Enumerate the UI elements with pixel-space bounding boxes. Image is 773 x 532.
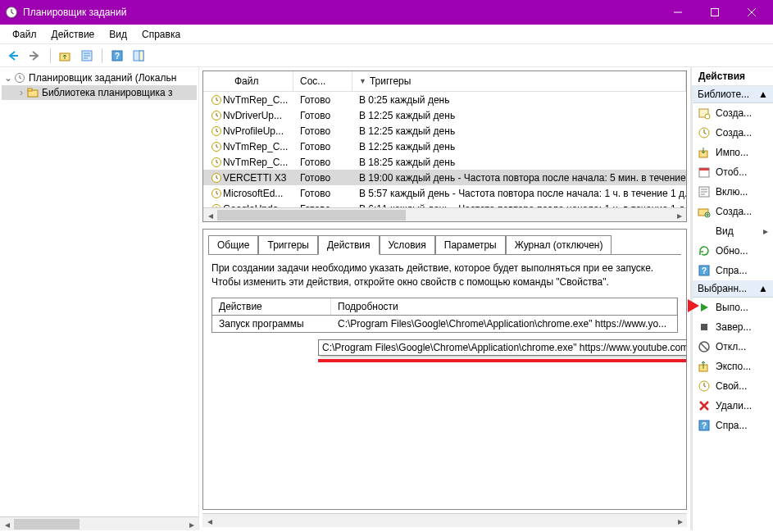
scroll-thumb[interactable] bbox=[14, 519, 80, 530]
scroll-right-icon[interactable]: ▸ bbox=[672, 208, 686, 222]
task-hscroll[interactable]: ◂ ▸ bbox=[203, 207, 686, 221]
task-row[interactable]: VERCETTI X3ГотовоВ 19:00 каждый день - Ч… bbox=[203, 170, 686, 185]
tab-actions[interactable]: Действия bbox=[318, 235, 380, 255]
app-icon bbox=[3, 4, 20, 20]
scroll-right-icon[interactable]: ▸ bbox=[184, 517, 198, 530]
maximize-button[interactable] bbox=[696, 0, 733, 25]
task-row[interactable]: NvTmRep_C...ГотовоВ 12:25 каждый день bbox=[203, 139, 686, 154]
action-item-end[interactable]: Завер... bbox=[693, 317, 773, 337]
up-folder-button[interactable] bbox=[57, 47, 75, 65]
actions-section-library[interactable]: Библиоте... ▲ bbox=[693, 86, 773, 103]
col-name[interactable]: Файл bbox=[203, 71, 293, 91]
collapse-icon[interactable]: ⌄ bbox=[3, 72, 13, 84]
help-icon: ? bbox=[698, 264, 711, 277]
action-item-export[interactable]: Экспо... bbox=[693, 357, 773, 376]
task-row[interactable]: NvProfileUp...ГотовоВ 12:25 каждый день bbox=[203, 123, 686, 139]
scroll-left-icon[interactable]: ◂ bbox=[203, 208, 217, 222]
task-row[interactable]: NvTmRep_C...ГотовоВ 0:25 каждый день bbox=[203, 92, 686, 107]
action-item-log[interactable]: Вклю... bbox=[693, 182, 773, 202]
task-status: Готово bbox=[293, 125, 352, 138]
action-row[interactable]: Запуск программы C:\Program Files\Google… bbox=[212, 316, 677, 332]
actions-section-selected[interactable]: Выбранн... ▲ bbox=[693, 280, 773, 298]
col-details[interactable]: Подробности bbox=[331, 298, 677, 315]
properties-button[interactable] bbox=[78, 47, 96, 65]
task-status: Готово bbox=[293, 156, 352, 169]
forward-button[interactable] bbox=[26, 47, 44, 65]
import-icon bbox=[698, 146, 711, 159]
disable-icon bbox=[698, 340, 711, 353]
task-name: GoogleUpda... bbox=[203, 202, 293, 208]
close-button[interactable] bbox=[733, 0, 770, 25]
task-list-body[interactable]: NvTmRep_C...ГотовоВ 0:25 каждый деньNvDr… bbox=[203, 92, 686, 207]
action-item-disable[interactable]: Откл... bbox=[693, 337, 773, 357]
clock-icon bbox=[210, 171, 223, 184]
task-trigger: В 0:25 каждый день bbox=[352, 93, 686, 107]
window-title: Планировщик заданий bbox=[23, 7, 126, 18]
task-row[interactable]: MicrosoftEd...ГотовоВ 5:57 каждый день -… bbox=[203, 185, 686, 201]
folder-new-icon bbox=[698, 205, 711, 218]
task-trigger: В 12:25 каждый день bbox=[352, 125, 686, 138]
annotation-arrow bbox=[688, 299, 699, 312]
toolbar-separator bbox=[102, 48, 102, 63]
col-status[interactable]: Сос... bbox=[293, 71, 352, 91]
action-item-refresh[interactable]: Обно... bbox=[693, 241, 773, 261]
task-row[interactable]: NvDriverUp...ГотовоВ 12:25 каждый день bbox=[203, 107, 686, 123]
task-list-header: Файл Сос... ▼Триггеры bbox=[203, 71, 686, 92]
menu-view[interactable]: Вид bbox=[102, 26, 134, 43]
menu-help[interactable]: Справка bbox=[134, 26, 188, 43]
clock-icon bbox=[210, 156, 223, 169]
scroll-right-icon[interactable]: ▸ bbox=[673, 514, 687, 528]
col-action[interactable]: Действие bbox=[212, 298, 331, 315]
action-label: Импо... bbox=[716, 147, 748, 158]
center-hscroll[interactable]: ◂ ▸ bbox=[202, 513, 687, 527]
action-item-view[interactable]: Вид▸ bbox=[693, 221, 773, 241]
tree-root[interactable]: ⌄ Планировщик заданий (Локальн bbox=[2, 70, 197, 85]
task-trigger: В 12:25 каждый день bbox=[352, 109, 686, 122]
action-label: Удали... bbox=[716, 400, 752, 412]
task-row[interactable]: NvTmRep_C...ГотовоВ 18:25 каждый день bbox=[203, 154, 686, 170]
toolbar-separator bbox=[50, 48, 51, 63]
tab-history[interactable]: Журнал (отключен) bbox=[506, 235, 612, 255]
props-icon bbox=[698, 380, 711, 393]
menu-file[interactable]: Файл bbox=[5, 26, 44, 43]
task-trigger: В 12:25 каждый день bbox=[352, 140, 686, 153]
action-item-folder-new[interactable]: Созда... bbox=[693, 202, 773, 221]
scroll-left-icon[interactable]: ◂ bbox=[202, 514, 216, 528]
scroll-thumb[interactable] bbox=[217, 210, 406, 221]
action-item-new-task[interactable]: Созда... bbox=[693, 103, 773, 123]
svg-text:?: ? bbox=[702, 421, 707, 430]
expand-icon[interactable]: › bbox=[16, 87, 26, 98]
action-item-help[interactable]: ?Спра... bbox=[693, 261, 773, 280]
tab-general[interactable]: Общие bbox=[208, 235, 258, 255]
task-row[interactable]: GoogleUpda...ГотовоВ 6:11 каждый день - … bbox=[203, 201, 686, 207]
tab-triggers[interactable]: Триггеры bbox=[258, 235, 318, 255]
help-button[interactable]: ? bbox=[108, 47, 126, 65]
action-item-calendar[interactable]: Отоб... bbox=[693, 162, 773, 182]
tab-settings[interactable]: Параметры bbox=[435, 235, 506, 255]
action-item-import[interactable]: Импо... bbox=[693, 143, 773, 162]
actions-pane: Действия Библиоте... ▲ Созда...Созда...И… bbox=[691, 67, 773, 530]
action-item-clock[interactable]: Созда... bbox=[693, 123, 773, 143]
action-item-props[interactable]: Свой... bbox=[693, 376, 773, 396]
back-button[interactable] bbox=[5, 47, 23, 65]
action-table: Действие Подробности Запуск программы C:… bbox=[211, 298, 678, 333]
action-item-delete[interactable]: Удали... bbox=[693, 396, 773, 416]
calendar-icon bbox=[698, 166, 711, 179]
help-icon: ? bbox=[698, 419, 711, 432]
log-icon bbox=[698, 185, 711, 198]
col-triggers[interactable]: ▼Триггеры bbox=[352, 71, 686, 91]
task-status: Готово bbox=[293, 187, 352, 200]
minimize-button[interactable] bbox=[659, 0, 696, 25]
action-label: Вид bbox=[716, 225, 734, 237]
action-item-run[interactable]: Выпо... bbox=[693, 298, 773, 317]
tree-hscroll[interactable]: ◂ ▸ bbox=[0, 516, 198, 530]
tree-library[interactable]: › Библиотека планировщика з bbox=[2, 85, 197, 100]
action-item-help[interactable]: ?Спра... bbox=[693, 416, 773, 435]
menu-action[interactable]: Действие bbox=[44, 26, 102, 43]
view-pane-button[interactable] bbox=[130, 47, 148, 65]
task-list: Файл Сос... ▼Триггеры NvTmRep_C...Готово… bbox=[202, 70, 687, 222]
tree-pane: ⌄ Планировщик заданий (Локальн › Библиот… bbox=[0, 67, 199, 530]
tab-conditions[interactable]: Условия bbox=[380, 235, 435, 255]
scroll-left-icon[interactable]: ◂ bbox=[0, 517, 14, 530]
action-label: Отоб... bbox=[716, 166, 747, 178]
